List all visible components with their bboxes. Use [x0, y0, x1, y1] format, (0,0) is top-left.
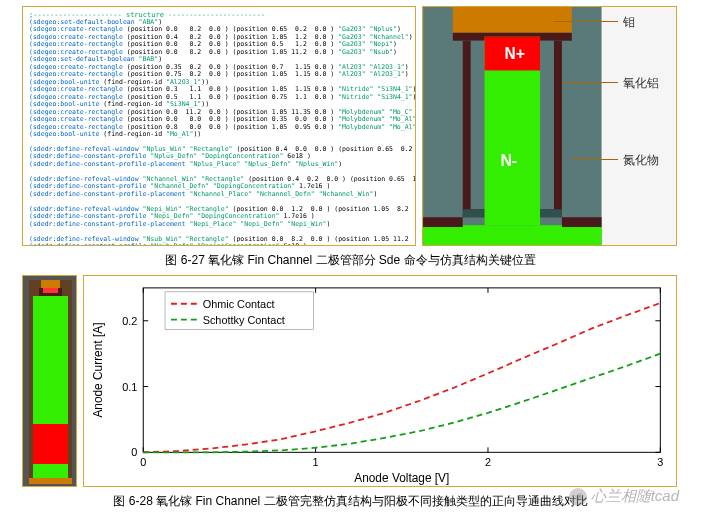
svg-text:0.1: 0.1 — [122, 381, 137, 393]
nminus-text: N- — [500, 152, 517, 169]
svg-text:Ohmic Contact: Ohmic Contact — [203, 298, 275, 310]
svg-rect-19 — [29, 478, 72, 484]
svg-rect-18 — [33, 464, 68, 478]
svg-text:Anode Current [A]: Anode Current [A] — [91, 323, 105, 418]
code-line: (sdegeo:bool-unite (find-region-id "Mo_A… — [29, 131, 409, 138]
svg-text:0: 0 — [131, 446, 137, 458]
nplus-text: N+ — [504, 45, 525, 62]
svg-rect-9 — [423, 217, 463, 227]
structure-panel: N+ N- 钼 氧化铝 氮化物 — [422, 6, 677, 246]
svg-rect-11 — [423, 227, 602, 235]
svg-text:0: 0 — [140, 456, 146, 468]
svg-rect-13 — [41, 280, 60, 288]
svg-text:0.2: 0.2 — [122, 315, 137, 327]
svg-rect-10 — [562, 217, 602, 227]
full-structure-panel — [22, 275, 77, 487]
full-structure-svg — [23, 276, 78, 488]
svg-text:1: 1 — [313, 456, 319, 468]
svg-rect-1 — [453, 7, 572, 33]
pointer-mo — [553, 21, 618, 22]
caption-6-27: 图 6-27 氧化镓 Fin Channel 二极管部分 Sde 命令与仿真结构… — [0, 252, 701, 269]
svg-rect-17 — [33, 424, 68, 464]
svg-rect-15 — [43, 288, 58, 293]
code-body: (sdegeo:set-default-boolean "ABA")(sdege… — [29, 19, 409, 246]
code-line: (sdedr:define-constant-profile-placement… — [29, 161, 409, 168]
code-line: (sdedr:define-constant-profile-placement… — [29, 191, 409, 198]
label-nitride: 氮化物 — [623, 152, 659, 169]
code-line: (sdedr:define-constant-profile-placement… — [29, 221, 409, 228]
structure-svg: N+ N- — [423, 7, 676, 245]
svg-text:Schottky Contact: Schottky Contact — [203, 314, 285, 326]
watermark-text: 心兰相随tcad — [591, 487, 679, 506]
watermark-logo-icon: ❀ — [569, 488, 587, 506]
iv-chart-panel: 012300.10.2Anode Voltage [V]Anode Curren… — [83, 275, 677, 487]
svg-text:2: 2 — [485, 456, 491, 468]
pointer-alox — [563, 82, 618, 83]
svg-text:3: 3 — [657, 456, 663, 468]
label-mo: 钼 — [623, 14, 635, 31]
iv-chart-svg: 012300.10.2Anode Voltage [V]Anode Curren… — [84, 276, 676, 486]
svg-rect-16 — [33, 296, 68, 424]
svg-text:Anode Voltage [V]: Anode Voltage [V] — [354, 471, 449, 485]
watermark: ❀ 心兰相随tcad — [569, 487, 679, 506]
code-panel: ;--------------------- structure -------… — [22, 6, 416, 246]
pointer-nitride — [573, 159, 618, 160]
label-alox: 氧化铝 — [623, 75, 659, 92]
code-line: (sdedr:define-constant-profile "Nsub_Def… — [29, 243, 409, 246]
